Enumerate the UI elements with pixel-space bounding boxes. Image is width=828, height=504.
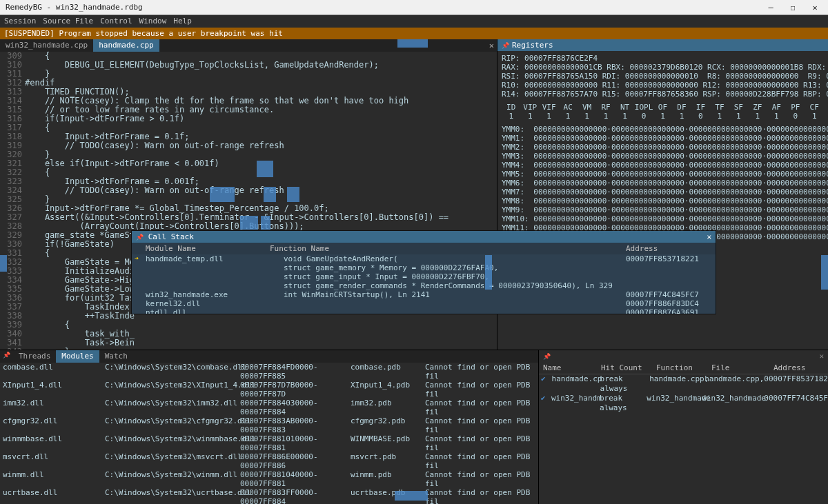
maximize-icon[interactable]: ☐ bbox=[782, 3, 803, 12]
callstack-row[interactable]: struct game_render_commands * RenderComm… bbox=[132, 281, 716, 290]
status-bar: [SUSPENDED] Program stopped because a us… bbox=[0, 28, 828, 39]
callstack-window[interactable]: 📌 Call Stack ✕ Module Name Function Name… bbox=[131, 230, 716, 314]
highlight-box bbox=[485, 255, 492, 290]
menu-source-file[interactable]: Source File bbox=[43, 17, 93, 26]
callstack-row[interactable]: struct game_input * Input = 000000D2276F… bbox=[132, 272, 716, 281]
module-row[interactable]: msvcrt.dllC:\Windows\System32\msvcrt.dll… bbox=[0, 452, 538, 470]
highlight-box bbox=[210, 187, 235, 202]
callstack-row[interactable]: kernel32.dll00007FF886F83DC4 bbox=[132, 299, 716, 308]
highlight-box bbox=[257, 161, 273, 177]
breakpoint-row[interactable]: ✔win32_handmbreak alwayswin32_handmadewi… bbox=[539, 394, 828, 413]
breakpoints-pane: 📌 ✕ Name Hit Count Function File Address… bbox=[538, 350, 828, 504]
menubar: Session Source File Control Window Help bbox=[0, 15, 828, 28]
col-module[interactable]: Module Name bbox=[132, 244, 270, 253]
callstack-row[interactable]: ntdll.dll00007FF8876A3691 bbox=[132, 308, 716, 314]
col-function[interactable]: Function Name bbox=[270, 244, 626, 253]
tab-close-icon[interactable]: ✕ bbox=[489, 41, 494, 50]
pin-icon[interactable]: 📌 bbox=[0, 350, 13, 363]
module-row[interactable]: cfgmgr32.dllC:\Windows\System32\cfgmgr32… bbox=[0, 416, 538, 434]
callstack-row[interactable]: handmade_temp.dllvoid GameUpdateAndRende… bbox=[132, 254, 716, 263]
tab-modules[interactable]: Modules bbox=[56, 350, 99, 363]
title-text: RemedyBG - win32_handmade.rdbg bbox=[3, 3, 143, 12]
highlight-box bbox=[287, 187, 299, 202]
highlight-box bbox=[0, 255, 7, 272]
col-file[interactable]: File bbox=[711, 363, 773, 372]
module-row[interactable]: XInput1_4.dllC:\Windows\System32\XInput1… bbox=[0, 381, 538, 399]
modules-pane: 📌 Threads Modules Watch combase.dllC:\Wi… bbox=[0, 350, 538, 504]
checkbox-icon[interactable]: ✔ bbox=[539, 394, 547, 413]
pin-icon[interactable]: 📌 bbox=[543, 353, 551, 360]
callstack-row[interactable]: struct game_memory * Memory = 000000D227… bbox=[132, 263, 716, 272]
callstack-title: Call Stack bbox=[148, 232, 194, 241]
source-tabbar: win32_handmade.cpp handmade.cpp ✕ bbox=[0, 39, 497, 52]
callstack-row[interactable]: win32_handmade.exeint WinMainCRTStartup(… bbox=[132, 290, 716, 299]
highlight-box bbox=[821, 255, 828, 290]
highlight-box bbox=[264, 187, 276, 202]
tab-threads[interactable]: Threads bbox=[13, 350, 56, 363]
col-address[interactable]: Address bbox=[773, 363, 828, 372]
menu-control[interactable]: Control bbox=[100, 17, 132, 26]
titlebar[interactable]: RemedyBG - win32_handmade.rdbg — ☐ ✕ bbox=[0, 0, 828, 15]
col-function[interactable]: Function bbox=[656, 363, 711, 372]
menu-session[interactable]: Session bbox=[4, 17, 36, 26]
module-row[interactable]: imm32.dllC:\Windows\System32\imm32.dll00… bbox=[0, 399, 538, 416]
col-name[interactable]: Name bbox=[539, 363, 601, 372]
highlight-box bbox=[395, 491, 428, 501]
tab-watch[interactable]: Watch bbox=[99, 350, 133, 363]
close-icon[interactable]: ✕ bbox=[819, 352, 824, 361]
module-row[interactable]: winmm.dllC:\Windows\System32\winmm.dll00… bbox=[0, 470, 538, 488]
module-row[interactable]: winmmbase.dllC:\Windows\System32\winmmba… bbox=[0, 434, 538, 452]
menu-window[interactable]: Window bbox=[139, 17, 167, 26]
col-hitcount[interactable]: Hit Count bbox=[601, 363, 656, 372]
highlight-box bbox=[240, 216, 258, 230]
menu-help[interactable]: Help bbox=[173, 17, 192, 26]
module-row[interactable]: ucrtbase.dllC:\Windows\System32\ucrtbase… bbox=[0, 488, 538, 504]
highlight-box bbox=[261, 216, 270, 230]
close-icon[interactable]: ✕ bbox=[805, 3, 825, 12]
pin-icon[interactable]: 📌 bbox=[502, 42, 509, 49]
current-frame-arrow-icon: ➔ bbox=[135, 254, 139, 262]
col-address[interactable]: Address bbox=[626, 244, 716, 253]
checkbox-icon[interactable]: ✔ bbox=[539, 374, 548, 394]
tab-win32-handmade[interactable]: win32_handmade.cpp bbox=[0, 39, 93, 52]
module-row[interactable]: combase.dllC:\Windows\System32\combase.d… bbox=[0, 363, 538, 381]
registers-title: Registers bbox=[512, 41, 553, 50]
breakpoint-row[interactable]: ✔handmade.cpbreak alwayshandmade.cpp,han… bbox=[539, 374, 828, 394]
minimize-icon[interactable]: — bbox=[760, 3, 781, 12]
highlight-box bbox=[397, 39, 428, 48]
registers-header[interactable]: 📌 Registers bbox=[497, 39, 828, 51]
tab-handmade[interactable]: handmade.cpp bbox=[93, 39, 159, 52]
pin-icon[interactable]: 📌 bbox=[136, 234, 144, 241]
close-icon[interactable]: ✕ bbox=[707, 232, 711, 241]
